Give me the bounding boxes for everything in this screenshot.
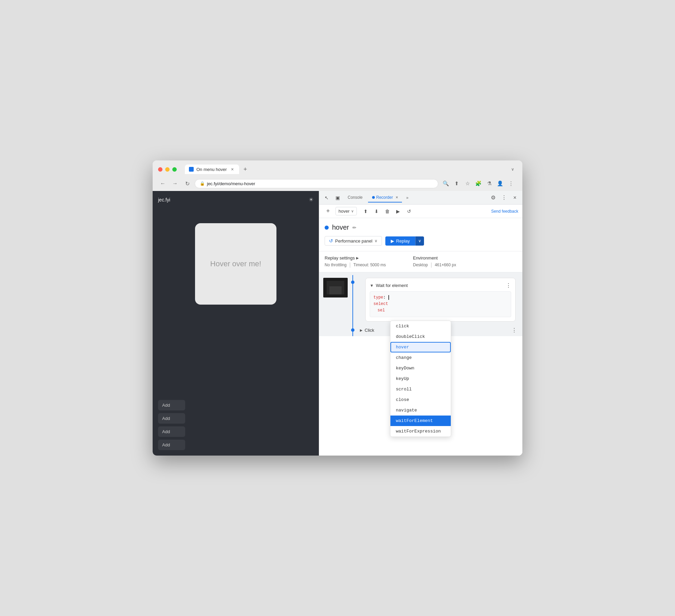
perf-icon: ↺ bbox=[329, 238, 333, 244]
traffic-light-red[interactable] bbox=[158, 167, 162, 172]
dropdown-item-navigate[interactable]: navigate bbox=[390, 405, 451, 416]
devtools-close-button[interactable]: × bbox=[510, 193, 520, 203]
new-tab-button[interactable]: + bbox=[240, 165, 250, 174]
play-recording-button[interactable]: ▶ bbox=[393, 207, 403, 216]
click-step-more-button[interactable]: ⋮ bbox=[512, 327, 517, 333]
perf-chevron-icon: ∨ bbox=[374, 238, 378, 243]
tab-favicon bbox=[189, 167, 194, 172]
recorder-add-button[interactable]: + bbox=[323, 207, 333, 216]
replay-play-icon: ▶ bbox=[391, 238, 394, 244]
recording-name-label: hover bbox=[339, 209, 350, 214]
dropdown-item-close[interactable]: close bbox=[390, 394, 451, 405]
lab-icon-button[interactable]: ⚗ bbox=[484, 179, 494, 188]
replay-button-group: ▶ Replay ∨ bbox=[385, 236, 424, 246]
lock-icon: 🔒 bbox=[200, 181, 205, 186]
send-feedback-button[interactable]: Send feedback bbox=[491, 209, 518, 214]
devtools-toolbar: ↖ ▣ Console Recorder × » ⚙ ⋮ × bbox=[319, 191, 522, 205]
step-thumbnail-inner bbox=[327, 281, 344, 294]
recording-header: hover ✏ ↺ Performance panel ∨ ▶ Replay bbox=[319, 218, 522, 251]
device-icon-button[interactable]: ▣ bbox=[333, 193, 342, 203]
dropdown-item-scroll[interactable]: scroll bbox=[390, 384, 451, 394]
recorder-active-dot bbox=[372, 196, 375, 199]
reload-button[interactable]: ↻ bbox=[182, 179, 192, 188]
extensions-icon-button[interactable]: 🧩 bbox=[474, 179, 483, 188]
back-button[interactable]: ← bbox=[158, 179, 168, 188]
recorder-toolbar-icons: ⬆ ⬇ 🗑 ▶ ↺ bbox=[361, 207, 414, 216]
recording-name-select[interactable]: hover ∨ bbox=[335, 207, 357, 215]
traffic-light-green[interactable] bbox=[172, 167, 177, 172]
dropdown-item-keyup[interactable]: keyUp bbox=[390, 373, 451, 384]
step-expand-button[interactable]: ▼ Wait for element bbox=[370, 283, 408, 288]
settings-values: No throttling | Timeout: 5000 ms bbox=[325, 262, 386, 268]
dropdown-item-keydown[interactable]: keyDown bbox=[390, 363, 451, 373]
profile-icon-button[interactable]: 👤 bbox=[495, 179, 505, 188]
hover-card[interactable]: Hover over me! bbox=[195, 223, 276, 305]
delete-recording-button[interactable]: 🗑 bbox=[383, 207, 392, 216]
tab-recorder[interactable]: Recorder × bbox=[368, 193, 402, 203]
browser-tab[interactable]: On menu hover × bbox=[185, 165, 239, 174]
page-logo: jec.fyi bbox=[158, 197, 170, 203]
page-settings-icon[interactable]: ☀ bbox=[309, 196, 313, 203]
address-input[interactable]: 🔒 jec.fyi/demo/menu-hover bbox=[195, 179, 438, 188]
devtools-more-button[interactable]: ⋮ bbox=[499, 193, 509, 203]
replay-settings-label[interactable]: Replay settings ▶ bbox=[325, 255, 386, 261]
env-values: Desktop | 461×660 px bbox=[413, 262, 456, 268]
download-recording-button[interactable]: ⬇ bbox=[372, 207, 381, 216]
add-button-2[interactable]: Add bbox=[158, 413, 185, 424]
page-header: jec.fyi ☀ bbox=[158, 196, 313, 203]
click-step-expand-button[interactable]: ▶ Click bbox=[360, 328, 374, 333]
bookmark-icon-button[interactable]: ☆ bbox=[463, 179, 472, 188]
devtools-settings-button[interactable]: ⚙ bbox=[488, 193, 498, 203]
browser-window: On menu hover × + ∨ ← → ↻ 🔒 jec.fyi/demo… bbox=[153, 160, 522, 456]
cursor-icon-button[interactable]: ↖ bbox=[322, 193, 331, 203]
step-thumbnail bbox=[323, 278, 348, 297]
resolution-value: 461×660 px bbox=[435, 263, 456, 267]
more-icon-button[interactable]: ⋮ bbox=[506, 179, 516, 188]
replay-arrow-button[interactable]: ∨ bbox=[415, 236, 424, 246]
address-icons: 🔍 ⬆ ☆ 🧩 ⚗ 👤 ⋮ bbox=[441, 179, 516, 188]
recorder-tab-close[interactable]: × bbox=[396, 195, 398, 200]
tab-console[interactable]: Console bbox=[344, 193, 367, 203]
timeline-vertical-line bbox=[352, 275, 353, 324]
environment-group: Environment Desktop | 461×660 px bbox=[413, 255, 456, 268]
step-card-header: ▼ Wait for element ⋮ bbox=[370, 282, 511, 289]
tab-title: On menu hover bbox=[196, 167, 227, 172]
add-button-1[interactable]: Add bbox=[158, 400, 185, 410]
thumbnail-ui bbox=[329, 286, 342, 294]
search-icon-button[interactable]: 🔍 bbox=[441, 179, 450, 188]
rewind-recording-button[interactable]: ↺ bbox=[404, 207, 414, 216]
perf-panel-label: Performance panel bbox=[335, 238, 372, 244]
recording-controls: ↺ Performance panel ∨ ▶ Replay ∨ bbox=[325, 236, 517, 246]
dropdown-item-click[interactable]: click bbox=[390, 321, 451, 331]
traffic-lights bbox=[158, 167, 177, 172]
recorder-toolbar: + hover ∨ ⬆ ⬇ 🗑 ▶ ↺ Send feedback bbox=[319, 205, 522, 218]
step-more-button[interactable]: ⋮ bbox=[506, 282, 511, 289]
tab-close-button[interactable]: × bbox=[230, 167, 235, 172]
step-expand-arrow-icon: ▼ bbox=[370, 283, 374, 288]
recording-edit-icon[interactable]: ✏ bbox=[352, 225, 356, 230]
environment-value: Desktop bbox=[413, 263, 428, 267]
tab-minimize-button[interactable]: ∨ bbox=[511, 167, 514, 172]
recording-status-dot bbox=[325, 226, 329, 230]
dropdown-item-doubleclick[interactable]: doubleClick bbox=[390, 331, 451, 342]
traffic-light-yellow[interactable] bbox=[165, 167, 170, 172]
forward-button[interactable]: → bbox=[170, 179, 180, 188]
step-title-text: Wait for element bbox=[376, 283, 408, 288]
replay-settings-arrow: ▶ bbox=[356, 256, 359, 260]
timeline-dot-top bbox=[351, 281, 354, 284]
replay-main-button[interactable]: ▶ Replay bbox=[385, 236, 415, 246]
upload-recording-button[interactable]: ⬆ bbox=[361, 207, 370, 216]
code-cursor bbox=[388, 295, 389, 300]
add-button-3[interactable]: Add bbox=[158, 426, 185, 437]
add-button-4[interactable]: Add bbox=[158, 440, 185, 450]
code-line-sel: sel bbox=[373, 307, 507, 314]
dropdown-item-waitforelement[interactable]: waitForElement bbox=[390, 416, 451, 426]
share-icon-button[interactable]: ⬆ bbox=[452, 179, 461, 188]
dropdown-item-hover[interactable]: hover bbox=[390, 342, 451, 352]
bottom-step-dot bbox=[351, 328, 354, 332]
dropdown-item-change[interactable]: change bbox=[390, 352, 451, 363]
more-tabs-button[interactable]: » bbox=[403, 194, 411, 201]
performance-panel-button[interactable]: ↺ Performance panel ∨ bbox=[325, 236, 382, 246]
devtools-panel: ↖ ▣ Console Recorder × » ⚙ ⋮ × + bbox=[319, 191, 522, 456]
dropdown-item-waitforexpression[interactable]: waitForExpression bbox=[390, 426, 451, 437]
